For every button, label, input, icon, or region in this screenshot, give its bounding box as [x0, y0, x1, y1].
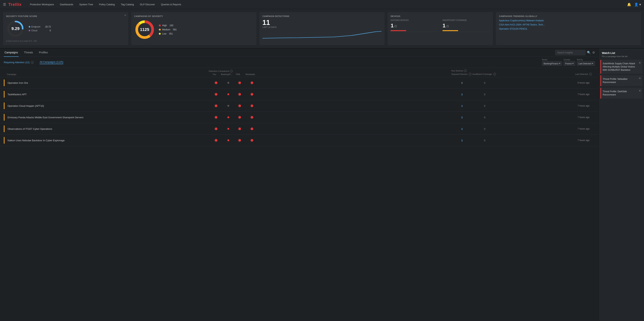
watchlist-close-icon[interactable]: ✕ [639, 89, 641, 92]
row-insuff: 0 [472, 105, 497, 107]
exposed-number: 1 /3 [390, 23, 438, 29]
row-you-dot [210, 81, 222, 84]
high-severity: High 193 [159, 24, 177, 27]
col-header-worldwide: Worldwide [243, 73, 258, 75]
row-insuff: 0 [472, 139, 497, 142]
row-devices: 1 0 [452, 128, 572, 130]
country-chevron: ▾ [572, 62, 574, 65]
sector-filter-wrapper: Sector Banking/Financi ▾ [542, 59, 562, 66]
nav-tag-catalog[interactable]: Tag Catalog [118, 0, 137, 9]
row-worldwide-dot [244, 116, 260, 119]
table-row[interactable]: Observations of ITG07 Cyber Operations 1… [0, 123, 599, 135]
watchlist-close-icon[interactable]: ✕ [639, 77, 641, 80]
row-insuff: 0 [472, 93, 497, 96]
trending-title: CAMPAIGNS TRENDING GLOBALLY [499, 15, 638, 17]
watchlist-close-icon[interactable]: ✕ [639, 61, 641, 64]
settings-icon[interactable]: ⚙ [592, 51, 595, 54]
sector-dropdown[interactable]: Banking/Financi ▾ [542, 61, 562, 66]
row-exposed: 1 [452, 128, 472, 130]
sort-value: Last Detected [578, 62, 591, 65]
country-dropdown[interactable]: France ▾ [564, 61, 575, 66]
watchlist-item[interactable]: Threat Profile: DarkSide Ransomware ✕ [600, 88, 642, 99]
row-you-dot [210, 93, 222, 96]
tab-profiles[interactable]: Profiles [38, 48, 48, 57]
menu-icon[interactable]: ☰ [3, 2, 6, 6]
search-icon[interactable]: 🔍 [587, 51, 591, 54]
nav-system-tree[interactable]: System Tree [76, 0, 96, 9]
nav-protection-workspace[interactable]: Protection Workspace [27, 0, 57, 9]
insuff-number: 1 /3 [442, 23, 490, 29]
devices-sub-headers: Exposed Devices i Insufficient Coverage … [451, 73, 572, 75]
nav-dlp-discover[interactable]: DLP Discover [137, 0, 158, 9]
your-devices-info-icon[interactable]: i [464, 69, 467, 72]
tab-campaigns[interactable]: Campaigns [4, 48, 19, 57]
watchlist-item-text: Threat Profile: Netwalker Ransomware [603, 78, 640, 84]
donut-center-value: 1125 [140, 27, 149, 32]
sort-chevron: ▾ [592, 62, 593, 65]
your-devices-header: Your Devices i Exposed Devices i Insuffi… [451, 69, 572, 75]
row-indicator [4, 102, 4, 109]
row-detection [210, 128, 452, 130]
row-exposed: 0 [452, 81, 472, 84]
row-campaign-name: Operation Cloud Hopper (APT10) [8, 105, 210, 107]
watchlist-item-text: Threat Profile: DarkSide Ransomware [603, 90, 640, 96]
exposed-info-icon[interactable]: i [469, 73, 472, 75]
row-indicator [4, 137, 4, 144]
detection-info-icon[interactable]: i [230, 70, 233, 72]
row-you-dot [210, 105, 222, 107]
trending-item-0[interactable]: AppleJeus Cryptocurrency Malware Analysi… [499, 19, 638, 22]
medium-label: Medium [162, 28, 170, 31]
detection-comp-label: Detection Comparison i [209, 70, 451, 72]
requiring-info-icon[interactable]: i [31, 61, 34, 64]
posture-edit-icon[interactable]: ✏ [124, 14, 126, 16]
table-row[interactable]: Naikon Uses Nebulae Backdoor In Cyber Es… [0, 135, 599, 146]
sector-label: Sector [542, 59, 562, 61]
medium-count: 581 [173, 28, 176, 31]
watchlist-item[interactable]: SolarWinds Supply Chain Attack Affecting… [600, 60, 642, 74]
table-row[interactable]: Operation Iron Ore 0 0 6 hours ago [0, 77, 599, 89]
row-detection [210, 139, 452, 142]
row-exposed: 1 [452, 105, 472, 107]
trending-item-2[interactable]: Operation STOLEN PENCIL [499, 27, 638, 30]
table-row[interactable]: Emissary Panda Attacks Middle East Gover… [0, 112, 599, 123]
all-campaigns-label[interactable]: All Campaigns (1125) [40, 61, 63, 64]
col-header-banking: Banking/Fi... [220, 73, 233, 75]
widgets-row: SECURITY POSTURE SCORE ✏ 9.29 Endpoint 2… [0, 9, 644, 48]
tab-threats[interactable]: Threats [23, 48, 34, 57]
nav-queries-reports[interactable]: Queries & Reports [158, 0, 184, 9]
detections-title: CAMPAIGN DETECTIONS [262, 15, 382, 17]
watchlist-item[interactable]: Threat Profile: Netwalker Ransomware ✕ [600, 75, 642, 86]
severity-inner: 1125 High 193 Medium 581 Low 351 [134, 19, 254, 40]
last-info-icon[interactable]: i [589, 73, 592, 75]
row-fra-dot [235, 105, 244, 107]
table-row[interactable]: TaskMasters APT 1 0 7 hours ago [0, 89, 599, 100]
sort-label: Sort by [577, 59, 595, 61]
user-icon[interactable]: 👤 ▾ [634, 2, 641, 6]
row-last-detected: 7 hours ago [572, 128, 595, 130]
sort-filter-wrapper: Sort by Last Detected ▾ [577, 59, 595, 66]
gauge-container: 9.29 [6, 19, 25, 38]
row-fra-dot [235, 128, 244, 130]
endpoint-legend: Endpoint 20.72 [29, 25, 51, 28]
country-label: Country [564, 59, 575, 61]
table-row[interactable]: Operation Cloud Hopper (APT10) 1 0 7 hou… [0, 100, 599, 112]
row-banking-dot [222, 128, 235, 130]
sort-dropdown[interactable]: Last Detected ▾ [577, 61, 595, 66]
search-input[interactable] [555, 50, 586, 55]
row-you-dot [210, 139, 222, 142]
country-filter-wrapper: Country France ▾ [564, 59, 575, 66]
row-insuff: 0 [472, 116, 497, 119]
row-campaign-name: Operation Iron Ore [8, 81, 210, 84]
row-fra-dot [235, 116, 244, 119]
row-devices: 1 0 [452, 116, 572, 119]
nav-dashboards[interactable]: Dashboards [57, 0, 76, 9]
row-banking-dot [222, 116, 235, 118]
table-header: Campaign Detection Comparison i You Bank… [0, 68, 599, 77]
endpoint-dot [29, 26, 30, 27]
insuff-info-icon[interactable]: i [493, 73, 496, 75]
trending-item-1[interactable]: CISA Alert AA21-200A: APT40 Tactics, Tec… [499, 23, 638, 26]
bell-icon[interactable]: 🔔 [627, 2, 631, 6]
nav-right: 🔔 👤 ▾ [627, 2, 641, 6]
table-rows: Operation Iron Ore 0 0 6 hours ago TaskM… [0, 77, 599, 146]
nav-policy-catalog[interactable]: Policy Catalog [96, 0, 118, 9]
